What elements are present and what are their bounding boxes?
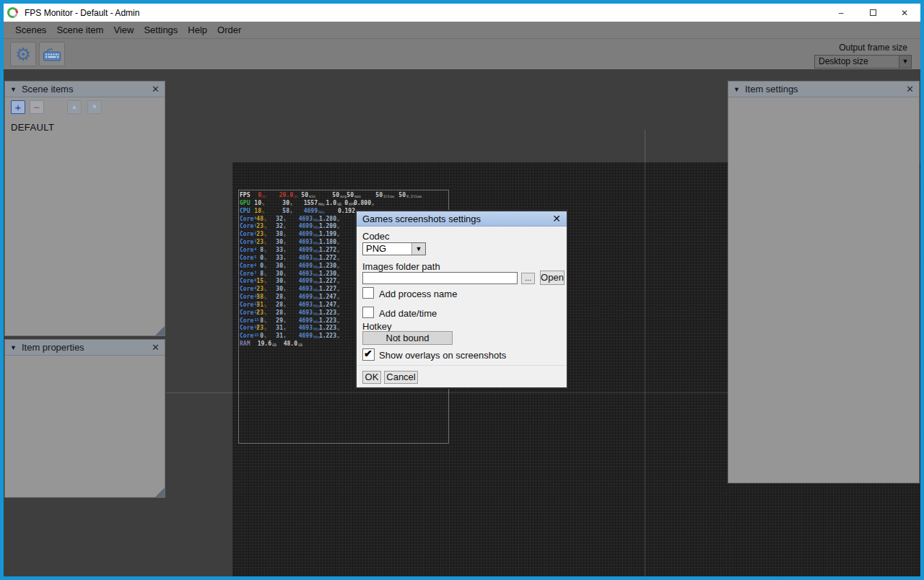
collapse-icon[interactable]: ▼ xyxy=(10,344,17,351)
ok-button[interactable]: OK xyxy=(362,371,381,384)
overlay-value: 4693 xyxy=(299,216,313,222)
remove-scene-item-button[interactable]: − xyxy=(30,100,44,114)
dialog-title-bar[interactable]: Games screenshots settings ✕ xyxy=(357,211,567,227)
hotkey-bind-button[interactable]: Not bound xyxy=(362,331,453,345)
add-scene-item-button[interactable]: + xyxy=(11,100,25,114)
overlay-value: 31 xyxy=(276,333,283,339)
overlay-value: 1.0 xyxy=(326,200,336,206)
overlay-label: Core13 xyxy=(240,317,258,324)
overlay-unit: avg xyxy=(340,194,346,198)
cancel-button[interactable]: Cancel xyxy=(384,371,418,384)
menu-bar: ScenesScene itemViewSettingsHelpOrder xyxy=(4,22,920,39)
overlay-value: 30 xyxy=(276,286,283,292)
overlay-unit: v xyxy=(372,202,374,206)
overlay-unit: % xyxy=(264,241,266,245)
move-up-button[interactable]: ▲ xyxy=(67,100,82,114)
overlay-value: 8 xyxy=(260,247,263,253)
overlay-unit: % xyxy=(264,265,266,269)
add-process-name-checkbox[interactable] xyxy=(362,287,374,299)
overlay-value: 0.800 xyxy=(354,200,371,206)
overlay-unit: min xyxy=(309,194,315,198)
add-date-time-checkbox[interactable] xyxy=(362,307,374,318)
overlay-unit: v xyxy=(337,288,339,292)
overlay-unit: v xyxy=(337,257,339,261)
overlay-unit: v xyxy=(337,265,339,269)
overlay-value: 33 xyxy=(276,247,283,253)
overlay-value: 50 xyxy=(375,192,383,198)
overlay-unit: t xyxy=(284,327,286,331)
overlay-unit: 0.1%low xyxy=(406,194,422,198)
menu-item-scenes[interactable]: Scenes xyxy=(10,25,51,35)
overlay-value: 58 xyxy=(282,208,289,214)
dialog-title: Games screenshots settings xyxy=(362,214,552,224)
overlay-value: 23 xyxy=(256,286,263,292)
overlay-unit: v xyxy=(337,335,339,339)
overlay-value: 38 xyxy=(256,294,263,300)
overlay-unit: v xyxy=(337,225,339,229)
overlay-unit: t xyxy=(284,273,286,277)
move-down-button[interactable]: ▼ xyxy=(87,100,102,114)
close-button[interactable]: ✕ xyxy=(889,4,920,22)
settings-button[interactable]: ⚙ xyxy=(10,42,36,66)
overlay-label: Core2 xyxy=(240,231,256,237)
window-title: FPS Monitor - Default - Admin xyxy=(25,8,139,18)
codec-label: Codec xyxy=(362,231,390,242)
overlay-unit: % xyxy=(264,312,266,316)
overlay-value: 1.227 xyxy=(319,286,336,292)
overlay-value: 4699 xyxy=(299,333,313,339)
panel-resize-handle[interactable] xyxy=(155,488,165,497)
collapse-icon[interactable]: ▼ xyxy=(733,86,740,93)
overlay-unit: % xyxy=(264,218,266,222)
overlay-unit: GB xyxy=(337,202,341,206)
center-guide-vertical xyxy=(645,130,645,576)
panel-resize-handle[interactable] xyxy=(155,326,165,335)
close-icon[interactable]: ✕ xyxy=(552,213,561,224)
overlay-value: 30 xyxy=(276,278,283,284)
add-process-name-label: Add process name xyxy=(379,289,457,299)
overlay-value: 20.0 xyxy=(279,192,293,198)
overlay-unit: t xyxy=(284,265,286,269)
overlay-value: 28 xyxy=(276,309,283,316)
menu-item-order[interactable]: Order xyxy=(212,25,246,35)
menu-item-view[interactable]: View xyxy=(108,25,139,35)
overlay-value: 32 xyxy=(276,223,283,229)
menu-item-help[interactable]: Help xyxy=(183,25,212,35)
keyboard-icon xyxy=(43,46,61,62)
browse-button[interactable]: ... xyxy=(521,273,535,284)
menu-item-settings[interactable]: Settings xyxy=(139,25,183,35)
maximize-icon xyxy=(870,9,876,16)
overlay-value: 18 xyxy=(254,208,261,214)
hotkeys-button[interactable] xyxy=(39,42,65,66)
overlay-unit: v xyxy=(337,280,339,284)
overlay-label: Core5 xyxy=(240,255,256,261)
overlay-unit: t xyxy=(284,241,286,245)
menu-item-scene-item[interactable]: Scene item xyxy=(51,25,108,35)
open-button[interactable]: Open xyxy=(540,271,565,285)
scene-item-default[interactable]: DEFAULT xyxy=(11,122,159,133)
close-icon[interactable]: ✕ xyxy=(152,342,160,353)
overlay-value: 19.6 xyxy=(258,340,271,347)
overlay-value: 8 xyxy=(260,317,263,324)
overlay-unit: max xyxy=(354,194,361,198)
overlay-unit: % xyxy=(264,280,266,284)
overlay-value: 4699 xyxy=(299,263,313,269)
codec-select[interactable]: PNG ▼ xyxy=(362,242,426,255)
overlay-value: 23 xyxy=(256,223,263,229)
collapse-icon[interactable]: ▼ xyxy=(10,86,17,93)
overlay-value: 0 xyxy=(260,333,263,339)
overlay-unit: v xyxy=(337,273,339,277)
overlay-value: 31 xyxy=(256,302,263,308)
overlay-value: 0 xyxy=(258,192,261,198)
overlay-value: 50 xyxy=(301,192,308,198)
overlay-unit: v xyxy=(337,249,339,253)
close-icon[interactable]: ✕ xyxy=(906,84,914,95)
overlay-unit: v xyxy=(337,327,339,331)
minimize-button[interactable]: – xyxy=(825,4,857,22)
maximize-button[interactable] xyxy=(857,4,889,22)
overlay-unit: t xyxy=(284,288,286,292)
images-folder-input[interactable] xyxy=(362,272,518,284)
output-frame-size-select[interactable]: Desktop size ▼ xyxy=(814,55,912,69)
overlay-value: 1.223 xyxy=(319,309,336,316)
close-icon[interactable]: ✕ xyxy=(152,84,160,95)
show-overlays-checkbox[interactable] xyxy=(362,348,375,361)
